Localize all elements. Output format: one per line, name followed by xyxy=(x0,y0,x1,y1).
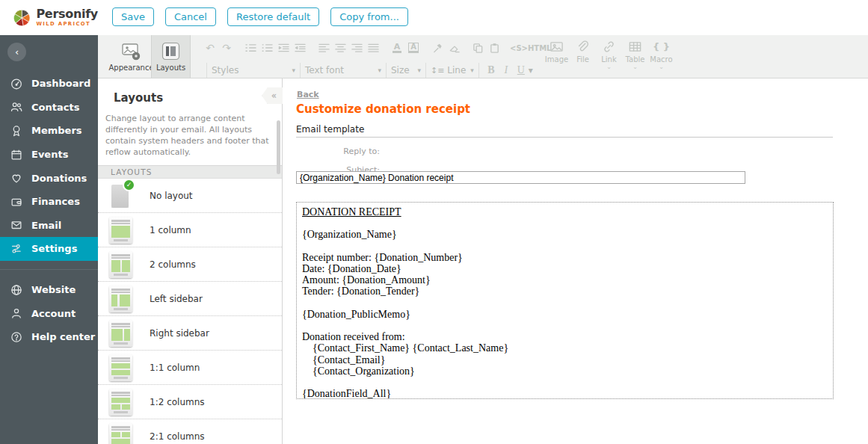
layout-option[interactable]: 1:2 columns xyxy=(98,385,282,419)
italic-button[interactable]: I xyxy=(499,64,514,77)
appearance-icon xyxy=(121,41,141,61)
sidebar-item[interactable]: Members xyxy=(0,119,98,143)
sidebar-item[interactable]: Events xyxy=(0,143,98,167)
subject-input[interactable] xyxy=(296,171,745,184)
email-body-line: {Contact_Email} xyxy=(302,354,828,366)
text-font-dropdown[interactable]: Text font▾ xyxy=(305,65,381,75)
email-body-line: Amount: {Donation_Amount} xyxy=(302,274,828,286)
table-caret: ⌄ xyxy=(632,65,638,69)
layouts-panel: « Layouts Change layout to arrange conte… xyxy=(98,78,283,444)
email-body-line: {Contact_First_Name} {Contact_Last_Name} xyxy=(302,342,828,354)
undo-icon[interactable]: ↶ xyxy=(202,41,218,55)
insert-buttons: Image File Link ⌄ Table ⌄ { } Macro ⌄ xyxy=(544,40,674,69)
layout-option-label: No layout xyxy=(150,191,193,201)
underline-caret[interactable]: ▾ xyxy=(529,65,533,75)
layout-option[interactable]: 2:1 columns xyxy=(98,419,282,444)
one-two-thumb xyxy=(109,389,132,416)
font-color-icon[interactable]: A xyxy=(389,41,405,55)
layout-option[interactable]: 1 column xyxy=(98,213,282,247)
sidebar-item[interactable]: Email xyxy=(0,214,98,238)
reply-to-label: Reply to: xyxy=(296,147,380,156)
one-column-thumb xyxy=(109,217,132,244)
insert-image-button[interactable]: Image xyxy=(544,40,570,69)
format-painter-icon[interactable] xyxy=(429,41,446,55)
layouts-tab[interactable]: Layouts xyxy=(151,35,191,78)
email-body-line: Receipt number: {Donation_Number} xyxy=(302,252,828,263)
pie-logo-icon xyxy=(13,7,31,29)
insert-link-button[interactable]: Link ⌄ xyxy=(596,40,622,69)
brand-logo: Personify WILD APRICOT xyxy=(0,0,98,35)
layout-option[interactable]: Right sidebar xyxy=(98,316,282,351)
sliders-icon xyxy=(10,242,23,256)
redo-icon[interactable]: ↷ xyxy=(218,41,235,55)
sidebar-item-label: Contacts xyxy=(31,102,79,113)
email-body-editor[interactable]: DONATION RECEIPT{Organization_Name}Recei… xyxy=(296,202,834,399)
insert-file-button[interactable]: File xyxy=(570,40,596,69)
one-one-thumb xyxy=(109,354,132,381)
envelope-icon xyxy=(10,218,23,232)
top-action-buttons: SaveCancelRestore defaultCopy from... xyxy=(112,7,408,26)
layouts-section-header: LAYOUTS xyxy=(98,165,282,179)
insert-table-button[interactable]: Table ⌄ xyxy=(622,40,648,69)
layout-option[interactable]: No layout xyxy=(98,179,282,213)
source-code-icon[interactable]: <S> xyxy=(510,41,528,55)
sidebar-item[interactable]: Help center xyxy=(0,325,98,349)
table-icon xyxy=(628,40,642,54)
sidebar-item-label: Settings xyxy=(31,243,77,254)
bold-button[interactable]: B xyxy=(484,64,499,77)
sidebar-footer-nav: Website Account Help center xyxy=(0,278,98,349)
layout-option[interactable]: Left sidebar xyxy=(98,282,282,316)
sidebar-item[interactable]: Dashboard xyxy=(0,72,98,96)
wild-apricot-admin: Personify WILD APRICOT SaveCancelRestore… xyxy=(0,0,868,444)
layout-option[interactable]: 1:1 column xyxy=(98,351,282,385)
align-left-icon[interactable] xyxy=(316,41,332,55)
align-center-icon[interactable] xyxy=(332,41,348,55)
restore-default-button[interactable]: Restore default xyxy=(227,7,319,26)
email-body-line: {Donation_PublicMemo} xyxy=(302,309,828,320)
email-template-label: Email template xyxy=(296,124,364,135)
sidebar-item[interactable]: Finances xyxy=(0,190,98,214)
line-height-dropdown[interactable]: ↕≡ Line▾ xyxy=(431,65,474,75)
clear-format-eraser-icon[interactable] xyxy=(446,41,462,55)
paste-icon[interactable] xyxy=(486,41,502,55)
sidebar-item-label: Events xyxy=(31,149,68,160)
layout-list: No layout 1 column 2 columns Left side xyxy=(98,179,282,444)
insert-macro-button[interactable]: { } Macro ⌄ xyxy=(648,40,674,69)
copy-icon[interactable] xyxy=(470,41,486,55)
sidebar-collapse-button[interactable]: ‹ xyxy=(7,43,26,61)
highlight-color-icon[interactable]: A xyxy=(405,41,422,55)
panel-description: Change layout to arrange content differe… xyxy=(98,105,282,165)
sidebar-nav: Dashboard Contacts Members Events Donati… xyxy=(0,72,98,261)
back-link[interactable]: Back xyxy=(297,90,319,99)
sidebar-item[interactable]: Website xyxy=(0,278,98,302)
copy-from-button[interactable]: Copy from... xyxy=(330,7,408,26)
underline-button[interactable]: U xyxy=(514,64,529,77)
sidebar-item[interactable]: Account xyxy=(0,301,98,325)
indent-icon[interactable] xyxy=(275,41,292,55)
brand-name: Personify xyxy=(36,8,98,20)
justify-icon[interactable] xyxy=(365,41,381,55)
format-dropdowns-row: Styles▾ Text font▾ Size▾ ↕≡ Line▾ B I U … xyxy=(202,61,551,79)
appearance-tab[interactable]: Appearance xyxy=(111,35,151,78)
outdent-icon[interactable] xyxy=(292,41,308,55)
sidebar-item[interactable]: Contacts xyxy=(0,96,98,120)
help-icon xyxy=(10,330,23,344)
sidebar-item[interactable]: Settings xyxy=(0,237,98,261)
sidebar-item-label: Finances xyxy=(31,196,80,207)
link-icon xyxy=(602,40,616,54)
align-right-icon[interactable] xyxy=(348,41,365,55)
save-button[interactable]: Save xyxy=(112,7,154,26)
email-body-line xyxy=(302,377,828,388)
sidebar-item[interactable]: Donations xyxy=(0,166,98,190)
numbered-list-icon[interactable] xyxy=(242,41,259,55)
email-body-line xyxy=(302,218,828,229)
panel-scrollbar-thumb[interactable] xyxy=(277,120,280,174)
styles-dropdown[interactable]: Styles▾ xyxy=(212,65,295,75)
layout-option-label: 1:2 columns xyxy=(150,397,205,407)
email-body-line: {DonationField_All} xyxy=(302,388,828,399)
bullet-list-icon[interactable] xyxy=(259,41,275,55)
layout-option[interactable]: 2 columns xyxy=(98,247,282,282)
cancel-button[interactable]: Cancel xyxy=(165,7,216,26)
sidebar-item-label: Members xyxy=(31,125,82,136)
font-size-dropdown[interactable]: Size▾ xyxy=(391,65,421,75)
